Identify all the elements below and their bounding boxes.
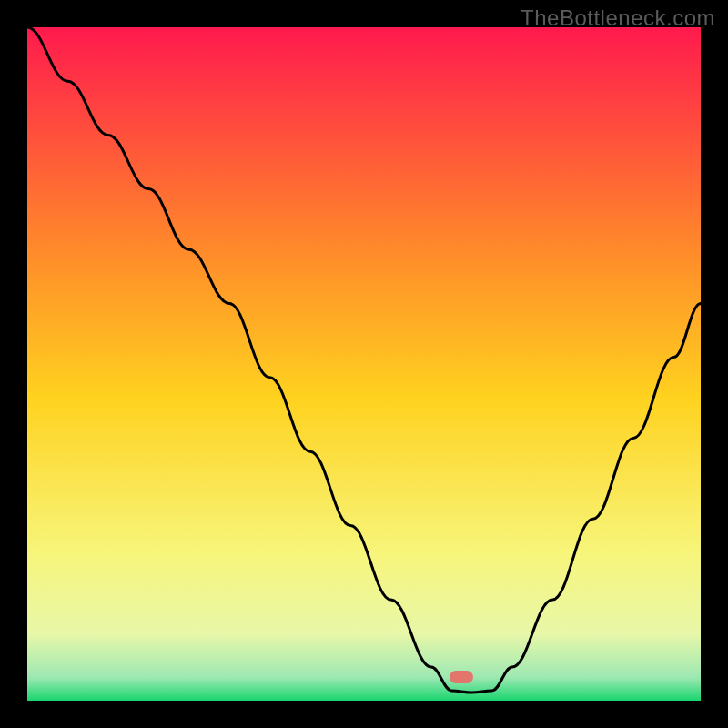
chart-background bbox=[27, 27, 701, 701]
chart-frame: TheBottleneck.com bbox=[0, 0, 728, 728]
curve-minimum-marker bbox=[450, 671, 473, 683]
bottleneck-chart bbox=[27, 27, 701, 701]
